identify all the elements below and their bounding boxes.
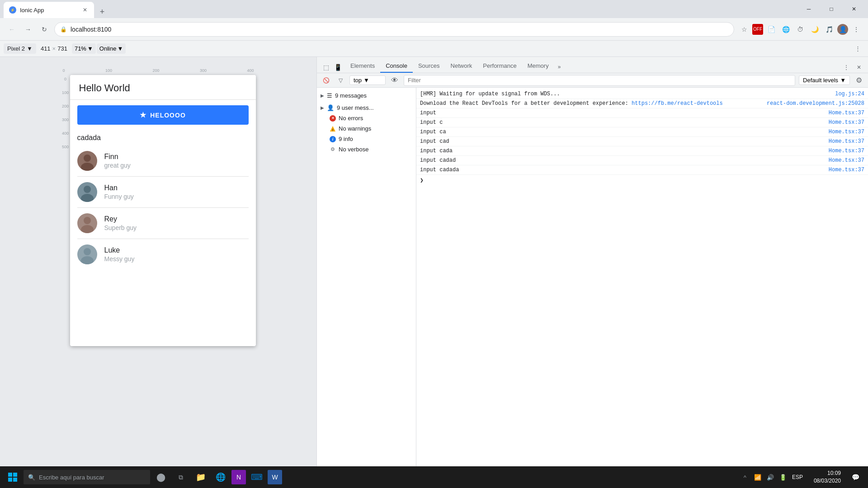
console-log-area: [HMR] Waiting for update signal from WDS… <box>416 88 868 488</box>
info-item[interactable]: i 9 info <box>317 134 416 144</box>
warning-icon: ! <box>330 126 336 132</box>
ext4-icon[interactable]: ⏱ <box>794 23 807 36</box>
onenote-button[interactable]: N <box>231 470 246 484</box>
network-selector[interactable]: Online ▼ <box>97 43 126 54</box>
device-selector[interactable]: Pixel 2 ▼ <box>4 43 36 54</box>
close-button[interactable]: ✕ <box>844 2 864 16</box>
browser-tab-ionic[interactable]: Ionic App ✕ <box>4 2 94 18</box>
notification-center-button[interactable]: 💬 <box>846 466 864 488</box>
log-source[interactable]: Home.tsx:37 <box>810 157 864 164</box>
mobile-preview-area: 0100200300400 0100200300400500 Hello Wor… <box>0 57 316 488</box>
message-sidebar: ▶ ☰ 9 messages ▶ 👤 9 user mess... <box>317 88 416 488</box>
tab-sources[interactable]: Sources <box>413 60 445 73</box>
date-display: 08/03/2020 <box>814 477 841 485</box>
more-tabs-button[interactable]: » <box>554 61 565 73</box>
filter-toggle-button[interactable]: ▽ <box>335 75 346 86</box>
zoom-selector[interactable]: 71% ▼ <box>72 43 96 54</box>
cortana-button[interactable]: ⬤ <box>152 466 170 488</box>
reload-button[interactable]: ↻ <box>38 23 51 36</box>
dimension-separator: × <box>52 45 56 52</box>
toolbar-icons: ☆ OFF 📄 🌐 ⏱ 🌙 🎵 👤 ⋮ <box>738 23 863 36</box>
svg-point-0 <box>84 155 91 162</box>
context-value: top <box>354 77 362 84</box>
bookmark-icon[interactable]: ☆ <box>738 23 750 36</box>
word-button[interactable]: W <box>268 470 282 484</box>
tab-close-button[interactable]: ✕ <box>81 6 89 14</box>
ext2-icon[interactable]: 📄 <box>765 23 778 36</box>
chrome-button[interactable]: 🌐 <box>212 466 230 488</box>
list-item[interactable]: Rey Superb guy <box>77 208 249 239</box>
no-errors-item[interactable]: No errors <box>317 113 416 123</box>
file-explorer-button[interactable]: 📁 <box>192 466 210 488</box>
filter-input[interactable] <box>404 75 795 86</box>
clear-console-button[interactable]: 🚫 <box>321 75 331 86</box>
list-item[interactable]: Luke Messy guy <box>77 239 249 270</box>
minimize-button[interactable]: ─ <box>798 2 819 16</box>
ext5-icon[interactable]: 🌙 <box>808 23 821 36</box>
log-source[interactable]: Home.tsx:37 <box>810 138 864 145</box>
context-selector[interactable]: top ▼ <box>349 75 386 85</box>
search-text: cadada <box>77 134 101 141</box>
tab-console[interactable]: Console <box>380 60 413 73</box>
log-levels-selector[interactable]: Default levels ▼ <box>799 75 850 85</box>
address-input[interactable]: 🔒 localhost:8100 <box>54 22 734 37</box>
vscode-button[interactable]: ⌨ <box>248 466 266 488</box>
log-source[interactable]: react-dom.development.js:25028 <box>767 100 864 107</box>
live-expressions-icon[interactable]: 👁 <box>389 75 400 86</box>
more-options-icon[interactable]: ⋮ <box>841 62 852 73</box>
maximize-button[interactable]: □ <box>821 2 842 16</box>
back-button[interactable]: ← <box>5 23 18 36</box>
log-text: input cadada <box>420 166 810 174</box>
volume-tray-icon[interactable]: 🔊 <box>765 472 776 483</box>
list-item[interactable]: Finn great guy <box>77 145 249 177</box>
close-devtools-icon[interactable]: ✕ <box>854 62 864 73</box>
forward-button[interactable]: → <box>22 23 34 36</box>
network-tray-icon[interactable]: 📶 <box>752 472 763 483</box>
log-text: input cadad <box>420 157 810 164</box>
log-entry: input ca Home.tsx:37 <box>416 127 868 137</box>
mobile-frame: 0100200300400 0100200300400500 Hello Wor… <box>61 66 256 346</box>
start-button[interactable] <box>4 468 22 486</box>
expand-arrow2-icon: ▶ <box>321 105 324 110</box>
task-view-button[interactable]: ⧉ <box>172 466 190 488</box>
console-input[interactable] <box>425 177 864 183</box>
tab-performance[interactable]: Performance <box>477 60 522 73</box>
list-item[interactable]: Han Funny guy <box>77 177 249 208</box>
user-messages-header[interactable]: ▶ 👤 9 user mess... <box>317 103 416 113</box>
system-clock[interactable]: 10:09 08/03/2020 <box>810 469 844 485</box>
device-toggle-icon[interactable]: 📱 <box>332 62 343 73</box>
log-source[interactable]: Home.tsx:37 <box>810 119 864 126</box>
menu-button[interactable]: ⋮ <box>850 23 863 36</box>
tab-memory[interactable]: Memory <box>522 60 554 73</box>
no-warnings-item[interactable]: ! No warnings <box>317 123 416 134</box>
log-source[interactable]: log.js:24 <box>810 90 864 98</box>
log-entry: input cadada Home.tsx:37 <box>416 165 868 175</box>
hidden-icons-button[interactable]: ^ <box>740 472 750 483</box>
log-text: input ca <box>420 128 810 136</box>
more-options-button[interactable]: ⋮ <box>851 43 864 54</box>
all-messages-header[interactable]: ▶ ☰ 9 messages <box>317 90 416 101</box>
tab-network[interactable]: Network <box>445 60 478 73</box>
hello-button[interactable]: ★ HELOOOO <box>77 105 249 125</box>
react-devtools-link[interactable]: https://fb.me/react-devtools <box>632 100 723 107</box>
ext3-icon[interactable]: 🌐 <box>779 23 792 36</box>
log-source[interactable]: Home.tsx:37 <box>810 166 864 174</box>
search-icon: 🔍 <box>28 474 35 481</box>
ext6-icon[interactable]: 🎵 <box>823 23 835 36</box>
tab-favicon-icon <box>9 6 16 14</box>
log-source[interactable]: Home.tsx:37 <box>810 109 864 117</box>
avatar-icon[interactable]: 👤 <box>837 24 848 35</box>
ext1-icon[interactable]: OFF <box>752 24 763 35</box>
log-source[interactable]: Home.tsx:37 <box>810 128 864 136</box>
main-area: 0100200300400 0100200300400500 Hello Wor… <box>0 57 868 488</box>
log-source[interactable]: Home.tsx:37 <box>810 147 864 155</box>
language-label[interactable]: ESP <box>790 472 805 483</box>
inspect-element-icon[interactable]: ⬚ <box>321 62 331 73</box>
no-verbose-item[interactable]: ⚙ No verbose <box>317 144 416 155</box>
battery-tray-icon[interactable]: 🔋 <box>778 472 788 483</box>
console-settings-icon[interactable]: ⚙ <box>854 75 864 86</box>
taskbar-search[interactable]: 🔍 Escribe aquí para buscar <box>24 470 150 484</box>
new-tab-button[interactable]: + <box>96 5 108 18</box>
tab-elements[interactable]: Elements <box>345 60 380 73</box>
mobile-app-frame: Hello World ★ HELOOOO cadada <box>70 75 256 346</box>
